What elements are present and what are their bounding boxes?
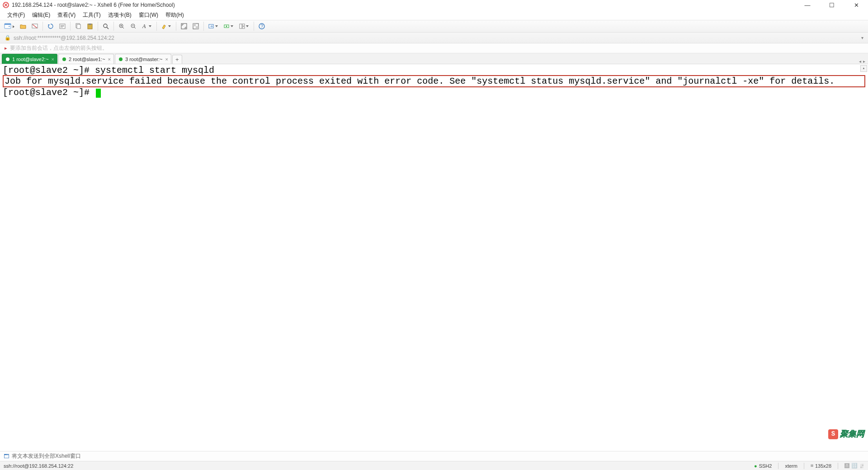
status-bar: ssh://root@192.168.254.124:22 ● SSH2 xte… [0,461,868,470]
menu-tools[interactable]: 工具(T) [79,10,104,20]
svg-line-24 [134,27,136,28]
tab-bar: 1 root@slave2:~ × 2 root@slave1:~ × 3 ro… [0,53,868,64]
zoom-in-icon[interactable] [117,21,127,31]
status-dot-icon [119,57,123,61]
caps-lock-icon: 🅰 [844,463,849,469]
session-hint-bar: ▸ 要添加当前会话，点击左侧的箭头按钮。 [0,43,868,53]
svg-marker-27 [168,25,171,27]
status-protocol: SSH2 [759,463,772,469]
status-term-type: xterm [785,463,797,469]
svg-marker-40 [246,25,249,27]
toolbar-separator [203,22,204,31]
menu-help[interactable]: 帮助(H) [162,10,188,20]
status-divider [804,463,804,469]
num-lock-icon: 🔢 [851,463,858,469]
find-icon[interactable] [101,21,111,31]
status-dot-icon [6,57,9,61]
font-icon[interactable]: A [140,21,154,31]
tunnel-icon[interactable] [222,21,236,31]
menu-file[interactable]: 文件(F) [4,10,28,20]
menu-view[interactable]: 查看(V) [54,10,79,20]
tab-close-icon[interactable]: × [49,57,54,62]
arrow-flag-icon[interactable]: ▸ [5,45,7,51]
tab-label: 1 root@slave2:~ [12,57,49,62]
paste-icon[interactable] [85,21,95,31]
svg-text:A: A [142,23,146,29]
svg-rect-38 [242,24,245,26]
svg-point-16 [104,24,107,28]
menu-edit[interactable]: 编辑(E) [28,10,54,20]
tab-close-icon[interactable]: × [162,57,168,62]
toolbar: + A ? [0,20,868,33]
svg-marker-33 [215,25,218,27]
toolbar-separator [98,22,98,31]
term-line-error: Job for mysqld.service failed because th… [5,76,863,86]
watermark-badge-icon: S [828,429,838,439]
toolbar-separator [113,22,114,31]
svg-rect-15 [89,24,91,25]
toolbar-separator [254,22,254,31]
menu-window[interactable]: 窗口(W) [135,10,162,20]
transparency-icon[interactable] [191,21,201,31]
lock-icon: 🔒 [5,35,11,41]
layout-icon[interactable] [237,21,251,31]
new-session-icon[interactable]: + [3,21,16,31]
tab-session-2[interactable]: 2 root@slave1:~ × [58,54,114,64]
svg-rect-31 [196,26,198,29]
highlight-icon[interactable] [160,21,173,31]
status-protocol-group: ● SSH2 [754,463,772,469]
prompt-text: [root@slave2 ~]# [3,87,95,98]
toolbar-separator [176,22,176,31]
window-controls: — ☐ ✕ [801,2,865,9]
copy-icon[interactable] [73,21,83,31]
reconnect-icon[interactable] [46,21,56,31]
help-icon[interactable]: ? [257,21,267,31]
watermark-text: 聚集网 [840,429,864,439]
properties-icon[interactable] [57,21,67,31]
tab-add-button[interactable]: + [172,55,182,64]
broadcast-text: 将文本发送到全部Xshell窗口 [12,452,81,460]
svg-text:?: ? [261,24,264,29]
transfer-icon[interactable] [207,21,220,31]
status-connection: ssh://root@192.168.254.124:22 [4,463,73,469]
tab-scroll-right-icon[interactable]: ▸ [863,59,865,64]
lock-indicators: 🅰 🔢 ⭿ [844,463,864,469]
minimize-button[interactable]: — [801,2,814,9]
svg-line-17 [107,27,108,29]
toolbar-separator [42,22,43,31]
svg-rect-30 [193,24,196,26]
broadcast-bar[interactable]: 🗔 将文本发送到全部Xshell窗口 [0,451,868,461]
window-title: 192.168.254.124 - root@slave2:~ - Xshell… [12,2,175,8]
tab-scroll-left-icon[interactable]: ◂ [859,59,861,64]
svg-rect-28 [181,24,187,29]
cursor-block [96,89,101,98]
app-icon [3,2,9,8]
svg-marker-36 [231,25,233,27]
broadcast-icon: 🗔 [4,453,9,460]
svg-rect-39 [242,27,245,28]
address-dropdown-icon[interactable]: ▾ [861,35,863,40]
svg-line-21 [123,27,124,28]
tab-scroll-controls: ◂ ▸ [859,59,868,64]
svg-marker-26 [149,25,151,27]
zoom-out-icon[interactable] [128,21,138,31]
term-line-prompt: [root@slave2 ~]# [3,87,865,98]
scroll-up-icon[interactable]: ▴ [860,65,867,72]
status-dot-icon [62,57,66,61]
fullscreen-icon[interactable] [179,21,189,31]
toolbar-separator [70,22,71,31]
svg-text:+: + [8,24,10,28]
open-icon[interactable] [18,21,28,31]
maximize-button[interactable]: ☐ [826,2,838,9]
close-button[interactable]: ✕ [850,2,863,9]
menu-tabs[interactable]: 选项卡(B) [104,10,135,20]
tab-close-icon[interactable]: × [105,57,111,62]
tab-session-3[interactable]: 3 root@master:~ × [115,54,171,64]
svg-point-35 [226,26,227,27]
tab-session-1[interactable]: 1 root@slave2:~ × [2,54,57,64]
terminal-pane[interactable]: ▴ [root@slave2 ~]# systemctl start mysql… [0,64,868,451]
status-size-group: ⌗ 135x28 [811,463,831,469]
svg-rect-37 [240,24,242,28]
address-bar[interactable]: 🔒 ssh://root:***********@192.168.254.124… [0,33,868,43]
disconnect-icon[interactable] [30,21,40,31]
